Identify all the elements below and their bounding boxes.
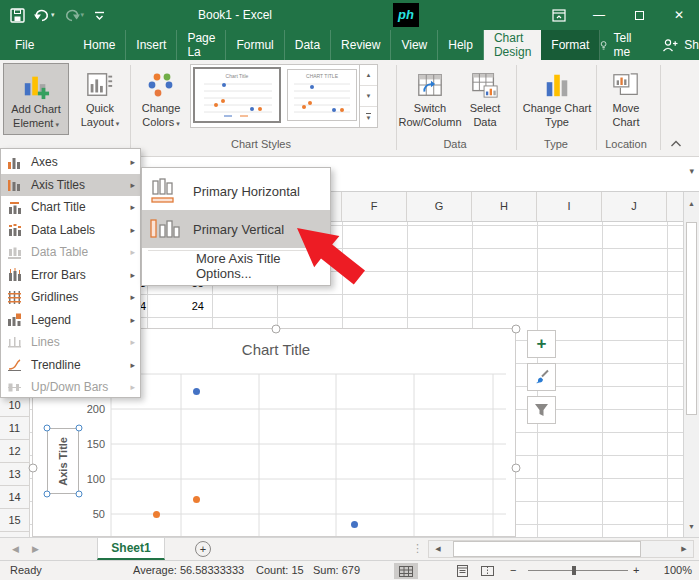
data-point[interactable] [351,521,358,528]
quick-layout-button[interactable]: Quick Layout▾ [73,63,127,135]
vertical-scrollbar[interactable]: ▲ ▼ [683,192,699,537]
chart-title[interactable]: Chart Title [176,341,376,358]
horizontal-scroll-thumb[interactable] [453,541,641,557]
scroll-left-button[interactable]: ◀ [429,541,447,557]
minimize-button[interactable]: — [579,0,619,30]
group-label-type: Type [516,138,596,152]
chart-styles-button[interactable] [527,363,556,391]
paintbrush-icon [534,369,550,385]
add-chart-element-button[interactable]: Add Chart Element▾ [3,63,69,135]
chart-filters-button[interactable] [527,396,556,424]
submenu-arrow-icon: ▸ [130,315,135,325]
tab-help[interactable]: Help [438,30,484,60]
textbox-handle[interactable] [76,425,83,432]
textbox-handle[interactable] [44,425,51,432]
zoom-slider-thumb[interactable] [572,566,576,575]
chart-style-thumb-1[interactable]: Chart Title [193,67,281,123]
tab-page-layout[interactable]: Page La [177,30,226,60]
change-chart-type-button[interactable]: Change Chart Type [521,63,593,135]
page-break-preview-button[interactable] [477,563,497,579]
menu-item-data-labels[interactable]: Data Labels ▸ [1,219,140,242]
tab-splitter-handle[interactable]: ⋮ [412,542,423,555]
row-header-14[interactable]: 14 [0,486,29,509]
prev-sheet-button[interactable]: ◀ [12,544,19,554]
page-layout-view-button[interactable] [452,563,472,579]
status-count: Count: 15 [256,564,304,576]
cell-value[interactable]: 24 [160,295,206,317]
menu-item-gridlines[interactable]: Gridlines ▸ [1,286,140,309]
chart-style-thumb-2[interactable]: CHART TITLE [287,69,357,121]
tab-review[interactable]: Review [331,30,391,60]
tab-data[interactable]: Data [285,30,331,60]
tab-format[interactable]: Format [541,30,600,60]
chart-resize-handle[interactable] [29,464,38,473]
axis-title-textbox[interactable]: Axis Title [47,428,79,494]
maximize-button[interactable] [619,0,659,30]
tab-chart-design[interactable]: Chart Design [484,30,541,60]
column-header-h[interactable]: H [472,192,537,221]
tab-home[interactable]: Home [73,30,126,60]
scroll-right-button[interactable]: ▶ [675,541,693,557]
gallery-up-button[interactable]: ▲ [360,65,377,86]
scroll-down-button[interactable]: ▼ [684,515,699,537]
new-sheet-button[interactable]: + [195,541,211,557]
gallery-more-button[interactable]: ▼ [360,107,377,127]
chart-resize-handle[interactable] [512,464,521,473]
row-header-15[interactable]: 15 [0,509,29,532]
tab-formulas[interactable]: Formul [226,30,284,60]
menu-item-axis-titles[interactable]: Axis Titles ▸ [1,174,140,197]
menu-item-legend[interactable]: Legend ▸ [1,309,140,332]
chart-resize-handle[interactable] [272,325,281,334]
data-point[interactable] [193,496,200,503]
column-header-g[interactable]: G [407,192,472,221]
horizontal-scrollbar[interactable]: ◀ ▶ [428,540,694,558]
error-bars-icon [8,268,21,281]
data-point[interactable] [193,388,200,395]
zoom-in-button[interactable]: + [633,564,639,576]
tab-insert[interactable]: Insert [126,30,177,60]
data-point[interactable] [153,511,160,518]
column-header-j[interactable]: J [602,192,667,221]
share-button[interactable]: Share [662,38,699,52]
close-button[interactable]: ✕ [659,0,699,30]
data-table-icon [8,246,21,259]
zoom-out-button[interactable]: − [510,564,516,576]
scroll-up-button[interactable]: ▲ [684,192,699,214]
row-header-12[interactable]: 12 [0,440,29,463]
switch-row-column-icon [416,71,444,99]
normal-view-button[interactable] [394,563,418,579]
select-data-button[interactable]: Select Data [462,63,508,135]
submenu-arrow-icon: ▸ [130,337,135,347]
chart-resize-handle[interactable] [512,325,521,334]
zoom-slider-track[interactable] [528,570,628,571]
row-header-11[interactable]: 11 [0,417,29,440]
zoom-level[interactable]: 100% [650,564,692,576]
vertical-scroll-thumb[interactable] [686,222,697,415]
expand-formula-bar-icon[interactable]: ▾ [689,166,694,176]
dropdown-icon: ▾ [116,120,120,127]
tab-file[interactable]: File [0,30,49,60]
collapse-ribbon-button[interactable] [670,140,682,147]
tab-view[interactable]: View [391,30,438,60]
menu-item-axes[interactable]: Axes ▸ [1,151,140,174]
menu-item-error-bars[interactable]: Error Bars ▸ [1,264,140,287]
submenu-item-primary-horizontal[interactable]: Primary Horizontal [142,172,330,210]
gallery-down-button[interactable]: ▼ [360,86,377,107]
menu-item-chart-title[interactable]: Chart Title ▸ [1,196,140,219]
sheet-tab-bar: ◀ ▶ Sheet1 + ⋮ ◀ ▶ [0,537,699,560]
change-colors-button[interactable]: Change Colors▾ [133,63,189,135]
menu-item-trendline[interactable]: Trendline ▸ [1,354,140,377]
menu-item-up-down-bars: Up/Down Bars ▸ [1,376,140,399]
chart-elements-button[interactable]: + [527,330,556,358]
column-header-i[interactable]: I [537,192,602,221]
sheet-tab-sheet1[interactable]: Sheet1 [97,538,165,560]
switch-row-column-button[interactable]: Switch Row/Column [400,63,460,135]
ribbon-display-options-button[interactable] [539,0,579,30]
move-chart-button[interactable]: Move Chart [600,63,652,135]
row-header-13[interactable]: 13 [0,463,29,486]
textbox-handle[interactable] [44,491,51,498]
tell-me-button[interactable]: Tell me [600,31,636,59]
textbox-handle[interactable] [76,491,83,498]
submenu-arrow-icon: ▸ [130,157,135,167]
next-sheet-button[interactable]: ▶ [32,544,39,554]
